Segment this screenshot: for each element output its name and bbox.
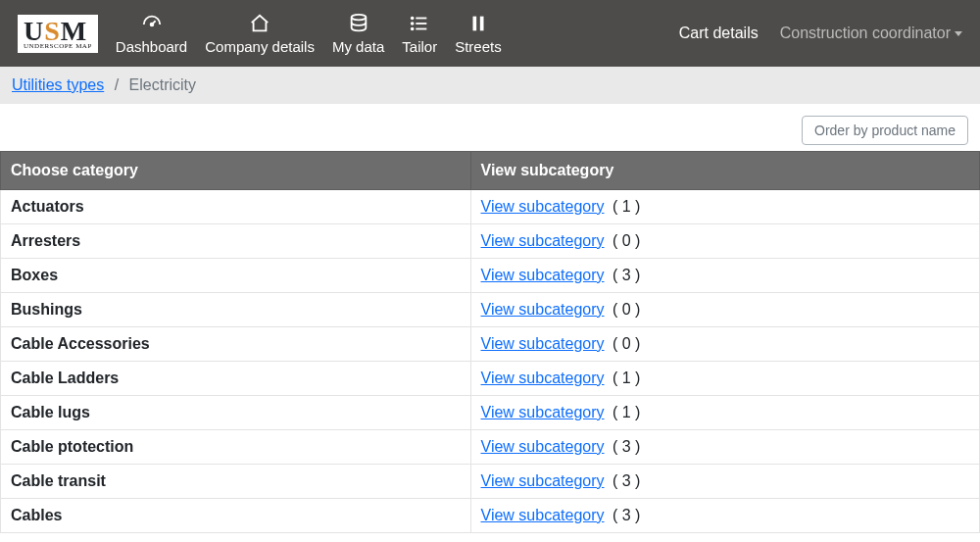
svg-point-8 (412, 27, 414, 29)
subcategory-count: ( 0 ) (609, 301, 641, 318)
toolbar: Order by product name (0, 104, 980, 151)
cart-details-link[interactable]: Cart details (679, 25, 759, 42)
svg-point-2 (351, 14, 366, 20)
table-row: BoxesView subcategory ( 3 ) (1, 259, 980, 293)
gauge-icon (140, 13, 164, 34)
view-subcategory-link[interactable]: View subcategory (481, 438, 605, 455)
category-name: Boxes (1, 259, 471, 293)
subcategory-cell: View subcategory ( 0 ) (470, 224, 979, 259)
breadcrumb-parent-link[interactable]: Utilities types (12, 76, 104, 93)
view-subcategory-link[interactable]: View subcategory (481, 404, 605, 420)
subcategory-cell: View subcategory ( 3 ) (470, 430, 979, 465)
nav-item-label: Company details (205, 38, 315, 55)
category-name: Bushings (1, 293, 471, 327)
category-name: Arresters (1, 224, 471, 259)
subcategory-cell: View subcategory ( 0 ) (470, 327, 979, 362)
subcategory-cell: View subcategory ( 3 ) (470, 499, 979, 533)
subcategory-count: ( 3 ) (609, 507, 641, 523)
subcategory-cell: View subcategory ( 0 ) (470, 293, 979, 327)
role-dropdown[interactable]: Construction coordinator (780, 25, 962, 42)
view-subcategory-link[interactable]: View subcategory (481, 232, 605, 249)
category-name: Cable lugs (1, 396, 471, 430)
bars-icon (467, 13, 489, 34)
chevron-down-icon (955, 31, 962, 36)
nav-item-label: Dashboard (116, 38, 187, 55)
table-row: Cable transitView subcategory ( 3 ) (1, 465, 980, 499)
category-name: Actuators (1, 190, 471, 224)
category-name: Cable Accessories (1, 327, 471, 362)
subcategory-count: ( 1 ) (609, 370, 641, 386)
breadcrumb: Utilities types / Electricity (0, 67, 980, 104)
view-subcategory-link[interactable]: View subcategory (481, 370, 605, 386)
logo[interactable]: USM UNDERSCOPE MAP (18, 15, 98, 53)
subcategory-count: ( 1 ) (609, 198, 641, 215)
table-row: CablesView subcategory ( 3 ) (1, 499, 980, 533)
category-table: Choose category View subcategory Actuato… (0, 151, 980, 533)
view-subcategory-link[interactable]: View subcategory (481, 472, 605, 489)
svg-point-6 (412, 17, 414, 19)
col-subcategory-header: View subcategory (470, 152, 979, 190)
subcategory-count: ( 1 ) (609, 404, 641, 420)
breadcrumb-current: Electricity (129, 76, 196, 93)
svg-point-7 (412, 23, 414, 25)
nav-item-dashboard[interactable]: Dashboard (116, 13, 187, 55)
subcategory-cell: View subcategory ( 3 ) (470, 259, 979, 293)
category-name: Cable ptotection (1, 430, 471, 465)
view-subcategory-link[interactable]: View subcategory (481, 507, 605, 523)
subcategory-count: ( 0 ) (609, 232, 641, 249)
svg-line-1 (152, 21, 156, 25)
subcategory-cell: View subcategory ( 3 ) (470, 465, 979, 499)
breadcrumb-separator: / (115, 76, 119, 93)
table-row: Cable lugsView subcategory ( 1 ) (1, 396, 980, 430)
nav-item-company-details[interactable]: Company details (205, 13, 315, 55)
subcategory-count: ( 3 ) (609, 438, 641, 455)
table-row: Cable ptotectionView subcategory ( 3 ) (1, 430, 980, 465)
navbar: USM UNDERSCOPE MAP DashboardCompany deta… (0, 0, 980, 67)
order-by-name-button[interactable]: Order by product name (802, 116, 968, 145)
subcategory-count: ( 0 ) (609, 335, 641, 352)
nav-item-streets[interactable]: Streets (455, 13, 502, 55)
category-name: Cable Ladders (1, 362, 471, 396)
subcategory-cell: View subcategory ( 1 ) (470, 190, 979, 224)
view-subcategory-link[interactable]: View subcategory (481, 198, 605, 215)
nav-item-label: Streets (455, 38, 502, 55)
view-subcategory-link[interactable]: View subcategory (481, 301, 605, 318)
svg-rect-9 (472, 16, 476, 30)
category-name: Cable transit (1, 465, 471, 499)
table-row: ArrestersView subcategory ( 0 ) (1, 224, 980, 259)
nav-item-tailor[interactable]: Tailor (402, 13, 437, 55)
col-category-header: Choose category (1, 152, 471, 190)
table-row: Cable AccessoriesView subcategory ( 0 ) (1, 327, 980, 362)
nav-item-label: Tailor (402, 38, 437, 55)
view-subcategory-link[interactable]: View subcategory (481, 267, 605, 283)
subcategory-count: ( 3 ) (609, 472, 641, 489)
subcategory-count: ( 3 ) (609, 267, 641, 283)
table-row: BushingsView subcategory ( 0 ) (1, 293, 980, 327)
nav-item-my-data[interactable]: My data (332, 13, 384, 55)
view-subcategory-link[interactable]: View subcategory (481, 335, 605, 352)
subcategory-cell: View subcategory ( 1 ) (470, 362, 979, 396)
nav-item-label: My data (332, 38, 384, 55)
db-icon (348, 13, 369, 34)
svg-rect-10 (480, 16, 484, 30)
subcategory-cell: View subcategory ( 1 ) (470, 396, 979, 430)
table-row: ActuatorsView subcategory ( 1 ) (1, 190, 980, 224)
home-icon (248, 13, 271, 34)
category-name: Cables (1, 499, 471, 533)
table-row: Cable LaddersView subcategory ( 1 ) (1, 362, 980, 396)
list-icon (409, 13, 430, 34)
